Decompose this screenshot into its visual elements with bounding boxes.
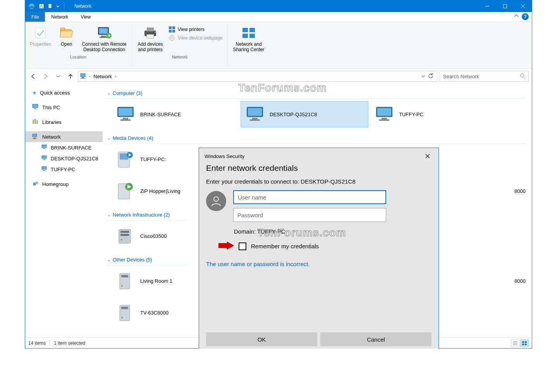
svg-rect-73 [120,234,129,236]
ribbon: Properties Open Connect with Remote Desk… [25,22,532,69]
computer-item-tuffy-pc[interactable]: TUFFY-PC [370,101,498,127]
sidebar-libraries[interactable]: Libraries [25,117,103,127]
group-label: Computer (3) [113,90,143,96]
group-header-other[interactable]: ⌄ Other Devices (5) [106,254,187,265]
network-sharing-center-button[interactable]: Network and Sharing Center [230,24,268,54]
dialog-close-button[interactable] [422,151,433,161]
open-label: Open [61,41,72,47]
tiles-view-button[interactable] [520,339,529,347]
add-devices-button[interactable]: Add devices and printers [134,24,166,54]
dialog-caption: Windows Security [205,153,244,159]
username-input[interactable]: User name [233,190,386,204]
navigation-bar: › Network › Search Network [25,69,532,84]
chevron-right-icon[interactable]: › [89,74,90,79]
refresh-button[interactable] [428,73,434,80]
search-icon [520,73,525,80]
item-label: DESKTOP-QJS21C8 [270,112,317,117]
group-header-media[interactable]: ⌄ Media Devices (4) [106,133,526,144]
qat-properties-icon[interactable] [38,3,45,9]
chevron-down-icon: ⌄ [107,213,110,217]
network-tab[interactable]: Network [45,12,74,22]
svg-rect-72 [120,231,129,233]
media-item-zip-hopper[interactable]: ZiP Hopper(Living [111,178,196,204]
status-selection: 1 item selected [54,340,85,346]
password-input[interactable]: Password [233,208,386,222]
qat-overflow-icon[interactable] [56,5,59,8]
svg-rect-61 [250,119,260,121]
sidebar-homegroup[interactable]: Homegroup [25,179,103,189]
sidebar-item-tuffy-pc[interactable]: TUFFY-PC [25,164,103,175]
view-printers-label: View printers [178,27,205,32]
svg-rect-14 [99,28,108,34]
collapse-ribbon-button[interactable] [511,12,522,22]
view-printers-button[interactable]: View printers [166,25,225,34]
svg-rect-31 [242,34,248,38]
computer-item-brink-surface[interactable]: BRINK-SURFACE [111,101,239,127]
close-button[interactable] [514,0,532,12]
help-button[interactable]: ? [522,13,529,20]
chevron-down-icon: ⌄ [107,91,110,95]
connect-remote-desktop-button[interactable]: Connect with Remote Desktop Connection [79,24,130,54]
open-button[interactable]: Open [54,24,79,54]
address-bar[interactable]: › Network › [78,71,437,82]
router-icon [115,226,136,246]
svg-rect-25 [172,30,175,33]
cancel-button[interactable]: Cancel [320,332,432,346]
ok-button[interactable]: OK [206,332,317,346]
other-item-tv[interactable]: TV-63C8000 [111,299,196,326]
svg-rect-60 [252,118,258,119]
windows-security-dialog: Windows Security Enter network credentia… [199,148,439,349]
address-dropdown-icon[interactable] [421,74,425,79]
sidebar-item-label: This PC [42,105,60,110]
location-group-label: Location [27,54,129,61]
chevron-down-icon: ⌄ [107,136,110,140]
svg-rect-51 [43,170,45,171]
item-label: ZiP Hopper(Living [140,188,181,194]
recent-locations-button[interactable] [53,71,63,81]
other-item-living-room[interactable]: Living Room 1 [111,268,196,294]
pc-icon [41,155,48,162]
item-label: TV-63C8000 [140,310,168,316]
view-tab[interactable]: View [74,12,97,22]
minimize-button[interactable] [478,0,496,12]
forward-button[interactable] [41,71,51,81]
sidebar-item-label: TUFFY-PC [51,167,75,172]
up-button[interactable] [65,71,76,81]
breadcrumb-network[interactable]: Network [92,74,113,79]
infra-item-cisco[interactable]: Cisco03500 [111,223,196,249]
properties-button[interactable]: Properties [27,24,54,54]
chevron-right-icon[interactable]: › [115,74,116,79]
sidebar-item-desktop-qjs21c8[interactable]: DESKTOP-QJS21C8 [25,153,103,164]
view-device-webpage-button[interactable]: View device webpage [166,34,225,42]
computer-item-desktop-qjs21c8[interactable]: DESKTOP-QJS21C8 [241,101,368,127]
svg-rect-44 [34,138,36,138]
maximize-button[interactable] [496,0,514,12]
svg-rect-30 [249,28,255,32]
input-placeholder: User name [238,194,266,201]
sidebar-this-pc[interactable]: This PC [25,102,103,113]
qat-dropdown-icon[interactable] [48,3,53,9]
dialog-subtitle: Enter your credentials to connect to: DE… [199,177,438,190]
group-label: Media Devices (4) [113,135,153,141]
remember-credentials-checkbox[interactable] [239,242,246,250]
details-view-button[interactable] [511,339,519,347]
search-box[interactable]: Search Network [440,71,529,82]
star-icon: ★ [32,90,37,96]
media-item-tuffy-pc[interactable]: TUFFY-PC: [111,146,196,172]
sidebar-network[interactable]: Network [25,131,103,142]
svg-rect-34 [82,77,84,78]
group-header-computer[interactable]: ⌄ Computer (3) [106,88,526,99]
svg-rect-86 [522,344,524,345]
explorer-window: Network File Network View ? Properties O… [25,0,532,349]
sidebar-quick-access[interactable]: ★ Quick access [25,87,103,98]
back-button[interactable] [28,71,38,81]
svg-rect-41 [34,119,36,124]
group-header-infrastructure[interactable]: ⌄ Network Infrastructure (2) [106,210,187,220]
ribbon-tabs: File Network View ? [25,12,532,22]
sidebar-item-brink-surface[interactable]: BRINK-SURFACE [25,142,103,153]
svg-rect-63 [377,108,391,116]
svg-rect-43 [33,134,37,137]
file-tab[interactable]: File [25,12,45,22]
button-label: Cancel [367,336,385,343]
button-label: OK [258,336,266,343]
